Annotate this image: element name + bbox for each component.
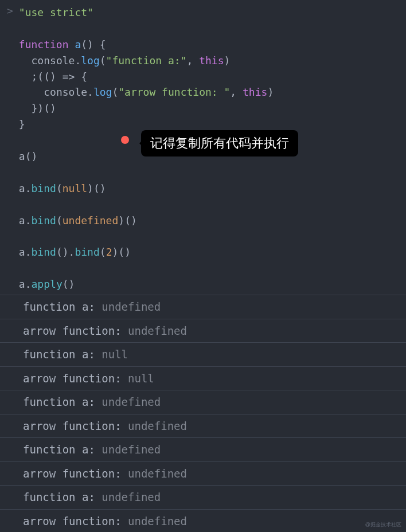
output-label: arrow function:: [23, 515, 128, 527]
parens: (): [118, 246, 131, 258]
output-label: function a:: [23, 348, 95, 361]
paren: (: [56, 214, 63, 226]
paren: ): [224, 54, 231, 66]
output-label: function a:: [23, 300, 95, 313]
string-literal: "arrow function: ": [118, 86, 230, 98]
indent: [19, 53, 32, 69]
tooltip-text: 记得复制所有代码并执行: [150, 135, 289, 152]
watermark-text: @掘金技术社区: [365, 521, 401, 529]
bind-method: bind: [32, 182, 56, 194]
brace: }: [19, 118, 25, 130]
output-line: arrow function: undefined: [0, 510, 406, 532]
arrow-iife-end: })(): [19, 102, 56, 114]
arrow: ) => {: [50, 71, 87, 83]
bind-method: bind: [32, 214, 56, 226]
output-line: arrow function: undefined: [0, 462, 406, 486]
output-line: arrow function: undefined: [0, 414, 406, 439]
string-literal: "function a:": [106, 54, 187, 66]
output-value: null: [102, 348, 128, 361]
hint-tooltip: 记得复制所有代码并执行: [141, 130, 298, 157]
output-line: function a: undefined: [0, 438, 406, 462]
arrow-iife-start: ;((: [19, 71, 50, 83]
output-label: arrow function:: [23, 467, 128, 480]
console-output: function a: undefinedarrow function: und…: [0, 295, 406, 532]
dot: .: [87, 86, 93, 98]
output-label: arrow function:: [23, 324, 128, 337]
breakpoint-dot-icon: [121, 136, 129, 144]
output-line: function a: undefined: [0, 295, 406, 319]
indent: [19, 84, 44, 100]
paren: (: [56, 182, 63, 194]
undefined-literal: undefined: [63, 214, 119, 226]
parens: (): [56, 246, 69, 258]
paren: (: [100, 54, 106, 66]
call-a: a(): [19, 150, 38, 162]
paren: ): [267, 86, 274, 98]
bind-method: bind: [32, 246, 56, 258]
function-name: a: [75, 38, 81, 50]
parens: (): [63, 278, 75, 290]
paren: ): [112, 246, 118, 258]
prompt-chevron: >: [0, 5, 19, 292]
output-label: arrow function:: [23, 420, 128, 432]
output-value: undefined: [128, 467, 187, 480]
number-literal: 2: [106, 246, 112, 258]
dot: .: [25, 214, 32, 226]
output-label: function a:: [23, 443, 95, 456]
output-label: function a:: [23, 396, 95, 408]
output-value: undefined: [102, 443, 161, 456]
this-keyword: this: [199, 54, 224, 66]
bind-method: bind: [75, 246, 99, 258]
output-value: undefined: [128, 324, 187, 337]
log-method: log: [93, 86, 112, 98]
ident-a: a: [19, 246, 25, 258]
output-value: undefined: [102, 396, 161, 408]
paren: ): [87, 182, 93, 194]
output-line: arrow function: undefined: [0, 319, 406, 343]
paren: ): [118, 214, 124, 226]
output-value: undefined: [128, 515, 187, 527]
paren: (: [100, 246, 106, 258]
dot: .: [25, 182, 32, 194]
paren: (: [112, 86, 118, 98]
comma: ,: [230, 86, 243, 98]
keyword-function: function: [19, 38, 69, 50]
parens: (): [124, 214, 137, 226]
null-literal: null: [63, 182, 87, 194]
brace: {: [93, 38, 106, 50]
output-label: function a:: [23, 491, 95, 503]
output-label: arrow function:: [23, 372, 128, 385]
output-line: arrow function: null: [0, 367, 406, 391]
dot: .: [25, 246, 32, 258]
output-value: undefined: [128, 420, 187, 432]
ident-a: a: [19, 214, 25, 226]
dot: .: [25, 278, 32, 290]
comma: ,: [186, 54, 199, 66]
log-method: log: [81, 54, 100, 66]
output-line: function a: undefined: [0, 390, 406, 414]
output-line: function a: null: [0, 343, 406, 367]
parens: (): [81, 38, 93, 50]
apply-method: apply: [32, 278, 63, 290]
parens: (): [93, 182, 106, 194]
console-obj: console: [32, 54, 75, 66]
output-value: undefined: [102, 491, 161, 503]
ident-a: a: [19, 182, 25, 194]
string-literal: "use strict": [19, 6, 93, 18]
dot: .: [75, 54, 81, 66]
console-obj: console: [44, 86, 87, 98]
dot: .: [69, 246, 75, 258]
this-keyword: this: [243, 86, 267, 98]
devtools-console: > "use strict" function a() { console.lo…: [0, 0, 406, 532]
output-line: function a: undefined: [0, 486, 406, 510]
ident-a: a: [19, 278, 25, 290]
output-value: null: [128, 372, 154, 385]
output-value: undefined: [102, 300, 161, 313]
